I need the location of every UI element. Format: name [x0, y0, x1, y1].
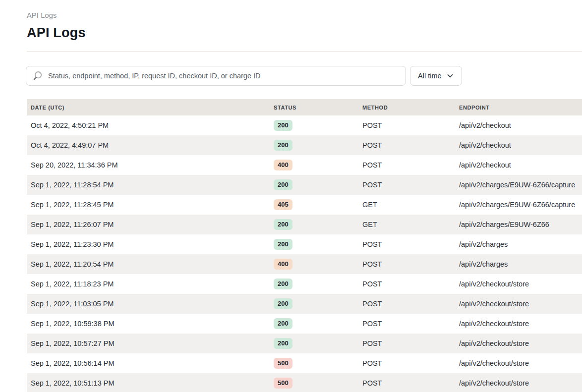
table-row[interactable]: Oct 4, 2022, 4:49:07 PM 200 POST /api/v2…	[27, 135, 582, 155]
cell-method: POST	[358, 359, 455, 367]
cell-endpoint: /api/v2/charges	[455, 260, 582, 268]
cell-date: Sep 1, 2022, 10:57:27 PM	[27, 339, 270, 347]
table-row[interactable]: Sep 1, 2022, 11:20:54 PM 400 POST /api/v…	[27, 254, 582, 274]
cell-status: 200	[270, 140, 358, 151]
cell-status: 400	[270, 259, 358, 270]
cell-date: Sep 1, 2022, 11:28:54 PM	[27, 181, 270, 189]
table-header-row: DATE (UTC) STATUS METHOD ENDPOINT	[27, 99, 582, 115]
cell-date: Sep 1, 2022, 11:28:45 PM	[27, 201, 270, 209]
cell-endpoint: /api/v2/checkout/store	[455, 300, 582, 308]
table-row[interactable]: Sep 1, 2022, 11:28:45 PM 405 GET /api/v2…	[27, 195, 582, 215]
cell-endpoint: /api/v2/checkout/store	[455, 379, 582, 387]
cell-date: Oct 4, 2022, 4:49:07 PM	[27, 141, 270, 149]
cell-status: 200	[270, 120, 358, 131]
toolbar: All time	[26, 66, 555, 86]
cell-endpoint: /api/v2/checkout/store	[455, 359, 582, 367]
cell-status: 200	[270, 219, 358, 230]
cell-method: POST	[358, 161, 455, 169]
api-logs-table: DATE (UTC) STATUS METHOD ENDPOINT Oct 4,…	[27, 99, 582, 392]
status-badge: 200	[274, 338, 292, 349]
status-badge: 200	[274, 140, 292, 151]
cell-date: Sep 1, 2022, 11:20:54 PM	[27, 260, 270, 268]
status-badge: 200	[274, 318, 292, 330]
cell-endpoint: /api/v2/checkout/store	[455, 280, 582, 288]
status-badge: 200	[274, 239, 292, 250]
cell-endpoint: /api/v2/charges/E9UW-6Z66/capture	[455, 181, 582, 189]
table-row[interactable]: Sep 1, 2022, 10:57:27 PM 200 POST /api/v…	[27, 334, 582, 353]
table-row[interactable]: Sep 1, 2022, 11:28:54 PM 200 POST /api/v…	[27, 175, 582, 195]
status-badge: 200	[274, 219, 292, 230]
cell-status: 500	[270, 378, 358, 389]
cell-method: GET	[358, 221, 455, 228]
cell-date: Sep 1, 2022, 10:51:13 PM	[27, 379, 270, 387]
cell-endpoint: /api/v2/charges	[455, 240, 582, 248]
cell-method: GET	[358, 201, 455, 209]
breadcrumb[interactable]: API Logs	[27, 11, 582, 19]
cell-status: 200	[270, 298, 358, 310]
status-badge: 500	[274, 378, 292, 389]
cell-method: POST	[358, 240, 455, 248]
status-badge: 200	[274, 279, 292, 290]
cell-method: POST	[358, 181, 455, 189]
cell-method: POST	[358, 260, 455, 268]
status-badge: 400	[274, 259, 292, 270]
cell-status: 200	[270, 338, 358, 349]
table-body: Oct 4, 2022, 4:50:21 PM 200 POST /api/v2…	[27, 115, 582, 392]
table-row[interactable]: Sep 1, 2022, 10:56:14 PM 500 POST /api/v…	[27, 353, 582, 373]
table-row[interactable]: Sep 1, 2022, 11:18:23 PM 200 POST /api/v…	[27, 274, 582, 294]
cell-date: Sep 20, 2022, 11:34:36 PM	[27, 161, 270, 169]
cell-endpoint: /api/v2/charges/E9UW-6Z66/capture	[455, 201, 582, 209]
search-box[interactable]	[26, 66, 406, 86]
cell-method: POST	[358, 121, 455, 129]
table-row[interactable]: Sep 1, 2022, 11:03:05 PM 200 POST /api/v…	[27, 294, 582, 314]
page-header: API Logs API Logs	[0, 0, 582, 41]
time-filter-label: All time	[418, 72, 442, 80]
column-header-date[interactable]: DATE (UTC)	[27, 105, 270, 111]
header-divider	[27, 51, 582, 52]
cell-date: Sep 1, 2022, 11:18:23 PM	[27, 280, 270, 288]
time-filter-button[interactable]: All time	[410, 66, 462, 86]
table-row[interactable]: Sep 1, 2022, 11:26:07 PM 200 GET /api/v2…	[27, 215, 582, 234]
table-row[interactable]: Sep 1, 2022, 11:23:30 PM 200 POST /api/v…	[27, 234, 582, 254]
cell-endpoint: /api/v2/checkout	[455, 141, 582, 149]
cell-method: POST	[358, 300, 455, 308]
cell-method: POST	[358, 280, 455, 288]
table-row[interactable]: Sep 20, 2022, 11:34:36 PM 400 POST /api/…	[27, 155, 582, 175]
cell-endpoint: /api/v2/checkout/store	[455, 320, 582, 328]
cell-method: POST	[358, 339, 455, 347]
search-input[interactable]	[48, 72, 400, 80]
search-icon	[32, 70, 43, 81]
status-badge: 400	[274, 160, 292, 171]
cell-date: Sep 1, 2022, 10:56:14 PM	[27, 359, 270, 367]
cell-status: 200	[270, 279, 358, 290]
chevron-down-icon	[446, 72, 454, 80]
cell-status: 200	[270, 239, 358, 250]
status-badge: 200	[274, 179, 292, 191]
cell-method: POST	[358, 379, 455, 387]
cell-date: Sep 1, 2022, 11:23:30 PM	[27, 240, 270, 248]
cell-status: 500	[270, 358, 358, 369]
table-row[interactable]: Oct 4, 2022, 4:50:21 PM 200 POST /api/v2…	[27, 115, 582, 135]
cell-date: Sep 1, 2022, 11:26:07 PM	[27, 221, 270, 228]
status-badge: 200	[274, 120, 292, 131]
cell-status: 200	[270, 179, 358, 191]
cell-date: Sep 1, 2022, 10:59:38 PM	[27, 320, 270, 328]
cell-endpoint: /api/v2/checkout	[455, 121, 582, 129]
column-header-method[interactable]: METHOD	[358, 105, 455, 111]
cell-endpoint: /api/v2/charges/E9UW-6Z66	[455, 221, 582, 228]
status-badge: 200	[274, 298, 292, 310]
cell-endpoint: /api/v2/checkout/store	[455, 339, 582, 347]
cell-method: POST	[358, 141, 455, 149]
cell-method: POST	[358, 320, 455, 328]
cell-status: 400	[270, 160, 358, 171]
cell-date: Sep 1, 2022, 11:03:05 PM	[27, 300, 270, 308]
column-header-endpoint[interactable]: ENDPOINT	[455, 105, 582, 111]
column-header-status[interactable]: STATUS	[270, 105, 358, 111]
cell-endpoint: /api/v2/checkout	[455, 161, 582, 169]
cell-date: Oct 4, 2022, 4:50:21 PM	[27, 121, 270, 129]
cell-status: 200	[270, 318, 358, 330]
page-title: API Logs	[27, 25, 582, 41]
table-row[interactable]: Sep 1, 2022, 10:59:38 PM 200 POST /api/v…	[27, 314, 582, 334]
table-row[interactable]: Sep 1, 2022, 10:51:13 PM 500 POST /api/v…	[27, 373, 582, 392]
cell-status: 405	[270, 199, 358, 211]
